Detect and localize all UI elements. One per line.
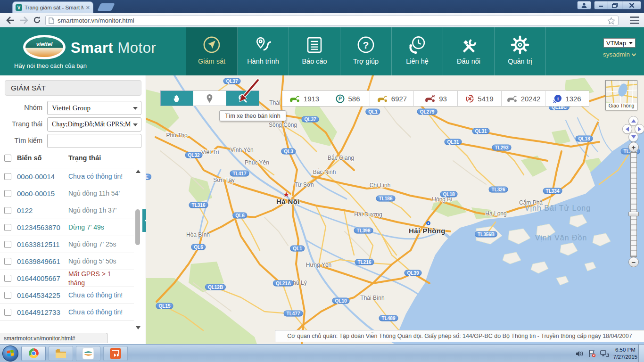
forward-button[interactable] — [17, 14, 30, 26]
nav-tab[interactable]: ? — [443, 27, 495, 75]
reload-button[interactable] — [30, 14, 43, 26]
vehicle-row[interactable]: 01644005667 Mất GPRS > 1 tháng — [0, 270, 134, 287]
vehicle-row[interactable]: 01644534225 Chưa có thông tin! — [0, 287, 134, 304]
group-select[interactable]: Viettel Group — [47, 101, 141, 115]
volume-icon[interactable] — [576, 350, 584, 357]
restore-button[interactable] — [608, 1, 622, 9]
taskbar-viettel-button[interactable] — [76, 346, 100, 361]
stat-icon-wrap: P i — [377, 95, 388, 102]
zoom-out-button[interactable]: − — [628, 257, 639, 267]
fleet-stat[interactable]: P i 6927 — [370, 91, 414, 106]
row-checkbox[interactable] — [4, 207, 11, 214]
vehicle-row[interactable]: 00o0-00015 Ngủ đông 11h 54' — [0, 185, 134, 202]
vehicle-plate[interactable]: 01234563870 — [17, 223, 60, 231]
row-checkbox[interactable] — [4, 275, 11, 282]
action-center-flag-icon[interactable] — [588, 350, 596, 357]
viettel-app-icon — [82, 347, 94, 360]
start-button[interactable] — [2, 346, 18, 362]
fleet-stats-bar: P i 1913 — [282, 90, 589, 107]
search-input[interactable] — [47, 134, 141, 148]
nav-tab-label: Hành trình — [247, 58, 279, 65]
row-checkbox[interactable] — [4, 258, 11, 265]
fleet-stat[interactable]: P i 1913 — [282, 91, 326, 106]
zoom-slider-handle[interactable] — [628, 212, 639, 216]
gps-lost-icon — [465, 94, 474, 103]
network-icon[interactable] — [600, 350, 609, 357]
map-canvas[interactable]: ★ Phú ThọViệt TrìVĩnh YênSông CôngTháiPh… — [146, 75, 644, 344]
profile-button[interactable] — [577, 1, 591, 9]
fleet-stat[interactable]: P i 20242 — [502, 91, 545, 106]
show-desktop-button[interactable] — [638, 345, 644, 362]
nav-tab-icon: ? — [202, 35, 222, 55]
pan-down-button[interactable] — [628, 132, 638, 142]
vehicle-row[interactable]: 00o0-00014 Chưa có thông tin! — [0, 168, 134, 185]
fleet-stat[interactable]: P i 93 — [414, 91, 458, 106]
nav-tab[interactable]: ? — [186, 27, 238, 75]
taskbar-chrome-button[interactable] — [21, 346, 46, 361]
overview-minimap[interactable]: Giao Thông — [605, 80, 637, 110]
taskbar-explorer-button[interactable] — [49, 346, 73, 361]
vehicle-plate[interactable]: 0122 — [17, 206, 33, 214]
vehicle-row[interactable]: 01644912733 Chưa có thông tin! — [0, 304, 134, 321]
row-checkbox[interactable] — [4, 190, 11, 197]
row-checkbox[interactable] — [4, 309, 11, 316]
vehicle-plate[interactable]: 01633812511 — [17, 240, 60, 248]
vehicle-plate[interactable]: 01644534225 — [17, 291, 60, 299]
vehicle-row[interactable]: 01633812511 Ngủ đông 7' 25s — [0, 236, 134, 253]
marker-tool-button[interactable] — [193, 90, 226, 106]
taskbar-clock[interactable]: 6:50 PM 7/27/2015 — [613, 346, 637, 361]
vehicle-row[interactable]: 0122 Ngủ đông 1h 37' — [0, 202, 134, 219]
clock-time: 6:50 PM — [613, 346, 637, 354]
stat-icon-wrap: P i — [506, 95, 518, 102]
row-checkbox[interactable] — [4, 241, 11, 248]
radius-search-button[interactable] — [226, 90, 259, 106]
list-scrollbar[interactable] — [135, 168, 141, 331]
vehicle-plate[interactable]: 01644005667 — [17, 274, 60, 282]
vehicle-plate[interactable]: 01644912733 — [17, 308, 60, 316]
pan-tool-button[interactable] — [160, 90, 193, 106]
tab-close-icon[interactable]: ✕ — [86, 5, 90, 11]
nav-tab[interactable]: ? — [392, 27, 443, 75]
nav-tab-label: Báo cáo — [302, 58, 327, 65]
url-bar[interactable]: smartmotor.vn/monitor.html — [45, 16, 619, 25]
bookmark-star-icon[interactable] — [607, 17, 615, 25]
fleet-stat[interactable]: P i 5419 — [458, 91, 502, 106]
zoom-in-button[interactable]: + — [628, 142, 639, 152]
new-tab-button[interactable] — [97, 3, 115, 11]
nav-tab-icon: ? — [407, 35, 427, 55]
minimap-label[interactable]: Giao Thông — [606, 103, 637, 110]
browser-tab[interactable]: V Trang giám sát - Smart M ✕ — [12, 1, 93, 13]
close-button[interactable] — [622, 1, 641, 9]
row-checkbox[interactable] — [4, 173, 11, 180]
scroll-down-icon[interactable] — [136, 326, 140, 329]
nav-tab[interactable]: ? — [289, 27, 340, 75]
vehicle-row[interactable]: 01234563870 Dừng 7' 49s — [0, 219, 134, 236]
zoom-slider-track[interactable] — [630, 152, 637, 257]
scroll-up-icon[interactable] — [136, 170, 140, 173]
row-checkbox[interactable] — [4, 224, 11, 231]
search-icon — [238, 94, 247, 103]
browser-menu-icon[interactable] — [630, 16, 639, 24]
back-button[interactable] — [4, 14, 17, 26]
taskbar-remote-button[interactable] — [103, 346, 128, 361]
scooter-icon — [377, 95, 388, 102]
forward-icon — [19, 16, 28, 24]
user-menu[interactable]: sysadmin — [603, 51, 636, 58]
scrollbar-thumb[interactable] — [135, 209, 140, 245]
vehicle-plate[interactable]: 01639849661 — [17, 257, 60, 265]
row-checkbox[interactable] — [4, 292, 11, 299]
nav-tab[interactable]: ? — [340, 27, 392, 75]
map-provider-select[interactable]: VTMap — [603, 38, 636, 48]
nav-tab[interactable]: ? — [238, 27, 289, 75]
stat-value: 93 — [439, 95, 447, 103]
vehicle-plate[interactable]: 00o0-00015 — [17, 189, 55, 197]
minimize-button[interactable] — [594, 1, 608, 9]
stat-value: 6927 — [391, 95, 407, 103]
fleet-stat[interactable]: P i 1326 — [545, 91, 589, 106]
status-select[interactable]: Chạy;Dừng;Đỗ;Mất GPRS;Mất — [47, 117, 141, 132]
select-all-checkbox[interactable] — [4, 155, 11, 162]
vehicle-row[interactable]: 01639849661 Ngủ đông 5' 50s — [0, 253, 134, 270]
nav-tab[interactable]: ? — [495, 27, 546, 75]
fleet-stat[interactable]: P i 586 — [326, 91, 370, 106]
vehicle-plate[interactable]: 00o0-00014 — [17, 173, 55, 181]
